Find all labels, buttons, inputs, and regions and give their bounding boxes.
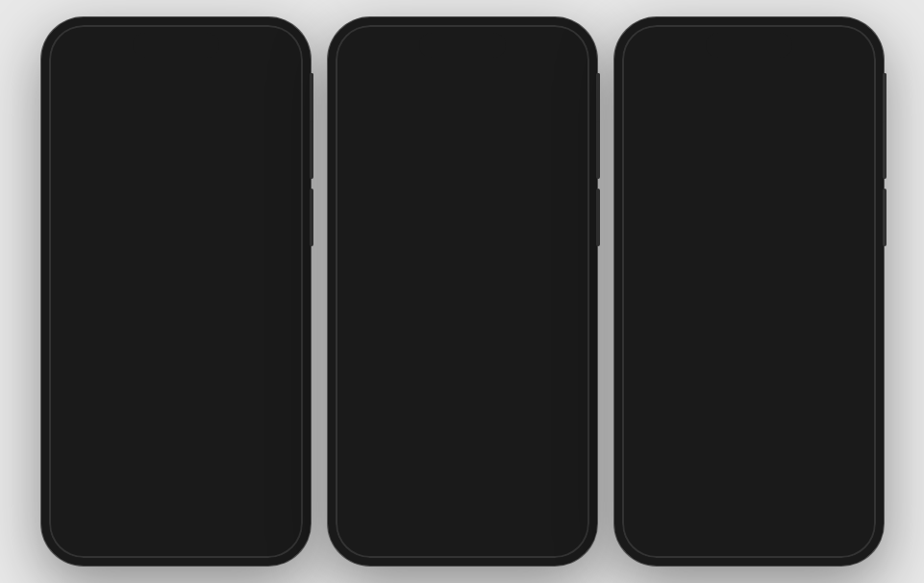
app-header-2: Forest Explorer Nature Lab GET In-AppPur…	[336, 81, 589, 152]
get-btn-area-3: GET In-AppPurchases ⬆	[786, 96, 862, 135]
svg-text:EXPLORER: EXPLORER	[79, 341, 179, 357]
app-name-1: Forest Explorer	[130, 89, 203, 129]
stat-ratings-2: 41K RATINGS 4.7 ★★★★★	[345, 159, 404, 195]
back-button-2[interactable]: ‹ Apps	[349, 59, 388, 75]
screenshot-main-2[interactable]: FOREST EXPLORER	[345, 210, 487, 460]
tab-apps-1[interactable]: ⬛ Apps	[150, 474, 201, 503]
search-icon-2: 🔍	[554, 474, 573, 493]
back-label-1[interactable]: Apps	[69, 59, 102, 75]
tab-today-2[interactable]: 📱 Today	[336, 474, 387, 503]
svg-point-81	[517, 430, 523, 436]
tab-arcade-label-3: Arcade	[787, 494, 812, 503]
share-icon-2[interactable]: ⬆	[563, 107, 576, 125]
screenshot-secondary-2[interactable]: ⊞ Nearby Trails	[493, 210, 589, 460]
trail-item-1[interactable]: Upper Yosemite Falls 14.2+	[214, 425, 303, 446]
trail-item-2[interactable]: Stevens Creek 2.4+	[501, 425, 589, 446]
tab-search-1[interactable]: 🔍 Search	[252, 474, 303, 503]
tab-games-1[interactable]: 🚀 Games	[99, 474, 150, 503]
share-icon-3[interactable]: ⬆	[850, 107, 862, 125]
screenshot-main-3[interactable]: FOREST EXPLORER	[632, 210, 774, 460]
nav-bar-2: ‹ Apps	[336, 55, 589, 81]
app-icon-2	[349, 87, 407, 144]
wifi-icon-2: ▾	[550, 38, 555, 49]
tab-games-label-1: Games	[112, 494, 137, 503]
games-icon-3: 🚀	[688, 474, 708, 493]
tab-today-1[interactable]: 📱 Today	[49, 474, 100, 503]
trail-thumb-3	[787, 425, 814, 446]
trail-dist-2: 2.4+	[532, 436, 589, 442]
screenshot-main-1[interactable]: FOREST EXPLORER	[59, 210, 201, 460]
app-subtitle-3: Nature Lab	[703, 128, 776, 141]
back-label-3[interactable]: Apps	[642, 59, 675, 75]
svg-rect-35	[274, 364, 303, 402]
tab-games-label-3: Games	[686, 494, 711, 503]
get-button-3[interactable]: GET	[786, 96, 842, 120]
app-subtitle-2: Nature Lab	[416, 128, 489, 141]
stat-age-3: AGE RATING 4+ Years	[749, 159, 808, 195]
stat-chart-2: CHART #3 Health & Fit	[521, 159, 579, 195]
back-button-3[interactable]: ‹ Apps	[636, 59, 675, 75]
status-icons-2: ▾ 🔋	[532, 38, 570, 49]
stats-row-1: 41K RATINGS 4.7 ★★★★★ AWARDS Editors'Cho…	[49, 152, 303, 202]
tab-arcade-3[interactable]: 🕹️ Arcade	[774, 474, 825, 503]
svg-text:📍: 📍	[263, 319, 276, 332]
app-name-3: Forest Explorer	[703, 89, 776, 129]
svg-rect-75	[493, 344, 551, 393]
screenshot-secondary-3[interactable]: ! ⊞ Nearby Trails	[780, 210, 876, 460]
svg-rect-113	[780, 344, 837, 393]
tab-apps-3[interactable]: ⬛ Apps	[723, 474, 774, 503]
tab-arcade-1[interactable]: 🕹️ Arcade	[201, 474, 252, 503]
expand-search-2[interactable]: Expand Search	[501, 449, 589, 456]
svg-rect-104	[700, 304, 706, 309]
nearby-trails-title-1: Nearby Trails	[214, 410, 303, 421]
share-icon-1[interactable]: ⬆	[277, 107, 289, 125]
svg-text:!: !	[840, 308, 842, 317]
phone-3: 9:41 ▾ 🔋 ‹ Apps	[614, 17, 884, 566]
signal-bars-1	[245, 39, 260, 49]
tab-search-2[interactable]: 🔍 Search	[538, 474, 589, 503]
screenshot-secondary-1[interactable]: 📍 ⊞ Nearby Trails	[207, 210, 303, 460]
tab-games-2[interactable]: 🚀 Games	[386, 474, 437, 503]
trail-dot-3	[818, 430, 824, 436]
svg-rect-53	[413, 304, 419, 309]
tab-arcade-2[interactable]: 🕹️ Arcade	[487, 474, 538, 503]
trail-dist-3: 7.6+	[818, 436, 876, 442]
svg-rect-76	[561, 364, 589, 402]
app-name-2: Forest Explorer	[416, 89, 489, 129]
svg-point-42	[231, 430, 237, 436]
tab-bar-1: 📱 Today 🚀 Games ⬛ Apps 🕹️ Arcade 🔍 Searc…	[49, 468, 303, 513]
back-arrow-1: ‹	[62, 59, 67, 75]
app-title-area-1: Forest Explorer Nature Lab	[130, 89, 203, 142]
expand-search-3[interactable]: Expand Search	[787, 449, 876, 456]
expand-search-1[interactable]: Expand Search	[214, 449, 303, 456]
wifi-icon-3: ▾	[837, 38, 841, 49]
tab-apps-2[interactable]: ⬛ Apps	[437, 474, 487, 503]
signal-bars-3	[818, 39, 833, 49]
status-bar-1: 9:41 ▾ 🔋	[49, 25, 303, 55]
svg-point-77	[538, 313, 554, 328]
trail-item-3[interactable]: Black Mt. Trail 7.6+	[787, 425, 876, 446]
screenshots-scroll-3: FOREST EXPLORER	[622, 202, 876, 468]
status-bar-3: 9:41 ▾ 🔋	[622, 25, 876, 55]
app-header-3: Forest Explorer Nature Lab GET In-AppPur…	[622, 81, 876, 152]
status-time-3: 9:41	[641, 37, 666, 51]
back-arrow-2: ‹	[349, 59, 354, 75]
app-header-1: Forest Explorer Nature Lab GET In-AppPur…	[49, 81, 303, 152]
get-button-1[interactable]: GET	[212, 96, 269, 120]
apps-icon-3: ⬛	[738, 474, 758, 493]
stat-chart-1: CHART #3 Health & Fit	[235, 159, 292, 195]
back-label-2[interactable]: Apps	[356, 59, 388, 75]
today-icon-1: 📱	[64, 474, 84, 493]
tab-search-3[interactable]: 🔍 Search	[825, 474, 876, 503]
battery-icon-1: 🔋	[272, 38, 284, 49]
nearby-trails-panel-2: Nearby Trails	[493, 402, 589, 460]
tab-today-3[interactable]: 📱 Today	[622, 474, 673, 503]
tab-games-3[interactable]: 🚀 Games	[672, 474, 723, 503]
screenshots-area-3: FOREST EXPLORER	[622, 202, 876, 468]
phone-screen-2: 9:41 ▾ 🔋 ‹ Apps	[336, 25, 589, 558]
back-button-1[interactable]: ‹ Apps	[62, 59, 102, 75]
get-button-2[interactable]: GET	[499, 96, 556, 120]
tab-search-label-3: Search	[837, 494, 862, 503]
app-title-area-3: Forest Explorer Nature Lab	[703, 89, 776, 142]
stat-age-2: AGE RATING 4+ Years	[462, 159, 521, 195]
